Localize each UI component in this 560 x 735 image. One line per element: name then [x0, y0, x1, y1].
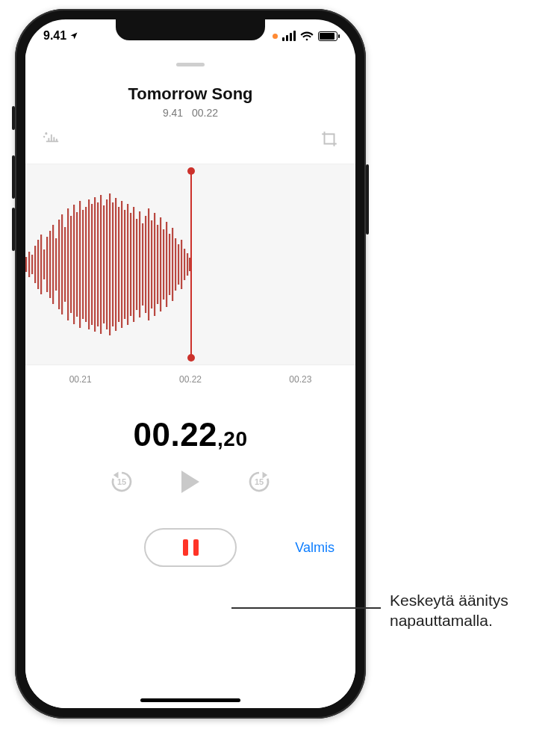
phone-frame: 9.41 Tomorrow Song 9.41 00.22	[15, 9, 366, 719]
svg-rect-54	[187, 253, 188, 276]
trim-icon[interactable]	[320, 129, 339, 153]
playhead[interactable]	[190, 172, 192, 357]
svg-rect-19	[82, 210, 84, 319]
recording-subtitle-duration: 00.22	[192, 107, 218, 119]
callout-text: Keskeytä äänitys napauttamalla.	[390, 590, 554, 631]
svg-rect-36	[133, 207, 134, 322]
svg-rect-30	[115, 198, 116, 331]
svg-rect-34	[127, 204, 128, 325]
waveform-area[interactable]	[25, 164, 355, 365]
callout-line	[231, 607, 381, 609]
svg-rect-31	[118, 207, 119, 322]
svg-rect-8	[49, 231, 51, 298]
svg-rect-46	[163, 229, 164, 300]
tick-1: 00.22	[179, 374, 202, 385]
playback-row: 15 15	[25, 468, 355, 495]
svg-rect-12	[61, 214, 63, 314]
home-indicator[interactable]	[140, 698, 240, 702]
svg-rect-35	[130, 213, 131, 316]
svg-rect-6	[43, 249, 45, 279]
status-right	[273, 31, 337, 41]
cellular-icon	[282, 31, 296, 41]
svg-rect-7	[46, 237, 48, 292]
recording-indicator-dot	[273, 34, 278, 39]
svg-rect-42	[151, 220, 152, 308]
screen: 9.41 Tomorrow Song 9.41 00.22	[25, 19, 355, 708]
done-button[interactable]: Valmis	[295, 540, 335, 556]
svg-rect-53	[184, 249, 185, 280]
status-time: 9.41	[43, 29, 78, 43]
svg-rect-5	[40, 235, 42, 294]
svg-rect-50	[175, 238, 176, 291]
pause-button[interactable]	[144, 528, 237, 567]
svg-rect-16	[73, 205, 75, 324]
svg-rect-27	[106, 199, 108, 329]
svg-rect-49	[172, 228, 173, 301]
svg-rect-14	[67, 208, 69, 320]
status-time-text: 9.41	[43, 29, 66, 43]
location-icon	[69, 31, 78, 40]
svg-rect-17	[76, 212, 78, 317]
svg-rect-2	[31, 255, 33, 274]
svg-rect-15	[70, 216, 72, 313]
svg-rect-24	[97, 202, 99, 326]
tick-2: 00.23	[289, 374, 311, 385]
mute-switch	[12, 106, 15, 130]
recording-subtitle-time: 9.41	[163, 107, 183, 119]
svg-rect-1	[28, 252, 30, 277]
pause-bar-2	[193, 539, 199, 556]
sheet-grabber[interactable]	[176, 63, 205, 66]
svg-rect-20	[85, 207, 87, 322]
recording-title[interactable]: Tomorrow Song	[25, 84, 355, 104]
skip-forward-button[interactable]: 15	[246, 468, 273, 495]
skip-back-button[interactable]: 15	[108, 468, 135, 495]
svg-rect-37	[136, 219, 137, 310]
svg-rect-0	[25, 257, 27, 272]
recording-subtitle: 9.41 00.22	[25, 107, 355, 119]
svg-rect-39	[142, 223, 143, 306]
svg-rect-25	[100, 195, 102, 334]
svg-rect-44	[157, 225, 158, 304]
svg-rect-22	[91, 204, 93, 325]
tick-0: 00.21	[69, 374, 92, 385]
svg-rect-38	[139, 211, 140, 317]
svg-rect-21	[88, 199, 90, 329]
enhance-icon[interactable]	[42, 129, 63, 153]
volume-up-button	[12, 155, 15, 199]
svg-rect-3	[34, 246, 36, 283]
svg-rect-9	[52, 225, 54, 304]
pause-bar-1	[183, 539, 188, 556]
side-button	[366, 164, 369, 235]
svg-rect-26	[103, 205, 105, 323]
svg-rect-13	[64, 227, 66, 302]
svg-rect-41	[148, 208, 149, 320]
svg-rect-18	[79, 201, 81, 328]
svg-rect-45	[160, 217, 161, 311]
elapsed-fraction: ,20	[217, 427, 247, 450]
tool-row	[25, 119, 355, 153]
svg-rect-10	[55, 238, 57, 291]
volume-down-button	[12, 208, 15, 251]
svg-rect-51	[178, 244, 179, 285]
svg-rect-32	[121, 201, 122, 328]
svg-rect-33	[124, 210, 125, 319]
time-ticks: 00.21 00.22 00.23	[25, 365, 355, 385]
svg-rect-29	[112, 202, 113, 326]
elapsed-main: 00.22	[133, 416, 217, 453]
svg-rect-4	[37, 240, 39, 289]
bottom-row: Valmis	[25, 525, 355, 570]
svg-rect-48	[169, 234, 170, 295]
svg-rect-43	[154, 213, 155, 316]
content-area: Tomorrow Song 9.41 00.22	[25, 52, 355, 708]
play-button[interactable]	[181, 471, 199, 493]
svg-rect-23	[94, 197, 96, 332]
notch	[116, 19, 265, 40]
svg-rect-40	[145, 216, 146, 313]
svg-rect-28	[109, 193, 111, 335]
elapsed-time: 00.22,20	[25, 416, 355, 453]
wifi-icon	[300, 31, 314, 41]
svg-rect-52	[181, 240, 182, 289]
svg-rect-47	[166, 222, 167, 307]
skip-back-label: 15	[117, 477, 126, 486]
battery-icon	[318, 31, 337, 41]
